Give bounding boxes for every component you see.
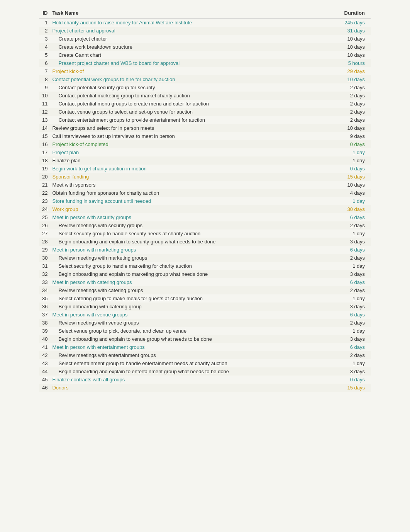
- row-duration: 2 days: [341, 116, 371, 124]
- table-row: 25Meet in person with security groups6 d…: [39, 213, 371, 221]
- row-id: 37: [39, 311, 49, 319]
- table-row: 17Project plan1 day: [39, 148, 371, 156]
- row-name: Finalize contracts with all groups: [49, 376, 341, 384]
- row-id: 23: [39, 197, 49, 205]
- row-id: 44: [39, 367, 49, 376]
- row-id: 28: [39, 238, 49, 246]
- row-name: Contact potential security group for sec…: [49, 83, 341, 92]
- row-id: 19: [39, 165, 49, 173]
- row-id: 43: [39, 359, 49, 367]
- row-name: Contact entertainment groups to provide …: [49, 116, 341, 124]
- row-name: Present project charter and WBS to board…: [49, 59, 341, 67]
- row-id: 1: [39, 19, 49, 27]
- row-name: Contact venue groups to select and set-u…: [49, 108, 341, 116]
- table-row: 41Meet in person with entertainment grou…: [39, 343, 371, 351]
- row-duration: 2 days: [341, 83, 371, 92]
- row-duration: 2 days: [341, 254, 371, 262]
- task-body: 1Hold charity auction to raise money for…: [39, 19, 371, 392]
- row-duration: 6 days: [341, 278, 371, 286]
- table-row: 32Begin onboarding and explain to market…: [39, 270, 371, 278]
- row-duration: 10 days: [341, 51, 371, 59]
- row-name: Project plan: [49, 148, 341, 156]
- table-row: 5Create Gannt chart10 days: [39, 51, 371, 59]
- row-duration: 0 days: [341, 140, 371, 148]
- row-duration: 3 days: [341, 270, 371, 278]
- table-row: 27Select security group to handle securi…: [39, 229, 371, 238]
- table-row: 20Sponsor funding15 days: [39, 173, 371, 181]
- row-id: 40: [39, 335, 49, 343]
- task-header: Task Name: [49, 8, 341, 19]
- row-name: Call interviewees to set up interviews t…: [49, 132, 341, 140]
- row-duration: 3 days: [341, 367, 371, 376]
- table-row: 21Meet with sponsors10 days: [39, 181, 371, 189]
- row-name: Begin onboarding and explain to venue gr…: [49, 335, 341, 343]
- row-duration: 1 day: [341, 359, 371, 367]
- table-row: 44Begin onboarding and explain to entert…: [39, 367, 371, 376]
- row-duration: 3 days: [341, 303, 371, 311]
- row-id: 26: [39, 221, 49, 229]
- table-row: 39Select venue group to pick, decorate, …: [39, 327, 371, 335]
- row-duration: 31 days: [341, 27, 371, 35]
- row-name: Donors: [49, 384, 341, 392]
- row-duration: 3 days: [341, 238, 371, 246]
- row-id: 41: [39, 343, 49, 351]
- row-name: Begin onboarding and explain to security…: [49, 238, 341, 246]
- table-row: 26Review meetings with security groups2 …: [39, 221, 371, 229]
- row-name: Meet in person with catering groups: [49, 278, 341, 286]
- row-name: Meet in person with entertainment groups: [49, 343, 341, 351]
- row-id: 39: [39, 327, 49, 335]
- row-id: 32: [39, 270, 49, 278]
- row-duration: 15 days: [341, 384, 371, 392]
- row-name: Select entertainment group to handle ent…: [49, 359, 341, 367]
- row-name: Create project charter: [49, 35, 341, 43]
- row-id: 5: [39, 51, 49, 59]
- row-duration: 2 days: [341, 100, 371, 108]
- row-name: Review meetings with marketing groups: [49, 254, 341, 262]
- row-duration: 6 days: [341, 246, 371, 254]
- table-row: 45Finalize contracts with all groups0 da…: [39, 376, 371, 384]
- row-name: Review meetings with catering groups: [49, 286, 341, 294]
- row-duration: 1 day: [341, 327, 371, 335]
- table-row: 7Project kick-of29 days: [39, 67, 371, 75]
- row-duration: 10 days: [341, 43, 371, 51]
- row-name: Meet in person with security groups: [49, 213, 341, 221]
- row-duration: 1 day: [341, 229, 371, 238]
- row-name: Select venue group to pick, decorate, an…: [49, 327, 341, 335]
- row-name: Work group: [49, 205, 341, 213]
- row-duration: 6 days: [341, 213, 371, 221]
- table-row: 3Create project charter10 days: [39, 35, 371, 43]
- row-name: Contact potential work groups to hire fo…: [49, 75, 341, 83]
- row-id: 16: [39, 140, 49, 148]
- table-row: 30Review meetings with marketing groups2…: [39, 254, 371, 262]
- row-name: Store funding in saving account until ne…: [49, 197, 341, 205]
- row-duration: 30 days: [341, 205, 371, 213]
- table-row: 29Meet in person with marketing groups6 …: [39, 246, 371, 254]
- row-duration: 0 days: [341, 165, 371, 173]
- row-name: Begin work to get charity auction in mot…: [49, 165, 341, 173]
- row-name: Meet in person with venue groups: [49, 311, 341, 319]
- row-name: Create Gannt chart: [49, 51, 341, 59]
- table-row: 34Review meetings with catering groups2 …: [39, 286, 371, 294]
- row-id: 36: [39, 303, 49, 311]
- row-id: 24: [39, 205, 49, 213]
- row-id: 33: [39, 278, 49, 286]
- table-row: 12Contact venue groups to select and set…: [39, 108, 371, 116]
- row-id: 46: [39, 384, 49, 392]
- row-name: Meet in person with marketing groups: [49, 246, 341, 254]
- row-name: Create work breakdown structure: [49, 43, 341, 51]
- row-id: 3: [39, 35, 49, 43]
- table-row: 19Begin work to get charity auction in m…: [39, 165, 371, 173]
- table-row: 23Store funding in saving account until …: [39, 197, 371, 205]
- row-duration: 2 days: [341, 221, 371, 229]
- row-id: 7: [39, 67, 49, 75]
- row-duration: 2 days: [341, 92, 371, 100]
- row-id: 31: [39, 262, 49, 270]
- table-row: 28Begin onboarding and explain to securi…: [39, 238, 371, 246]
- row-name: Hold charity auction to raise money for …: [49, 19, 341, 27]
- row-duration: 2 days: [341, 286, 371, 294]
- row-duration: 6 days: [341, 343, 371, 351]
- row-duration: 2 days: [341, 319, 371, 327]
- row-duration: 4 days: [341, 189, 371, 197]
- row-id: 6: [39, 59, 49, 67]
- table-row: 24Work group30 days: [39, 205, 371, 213]
